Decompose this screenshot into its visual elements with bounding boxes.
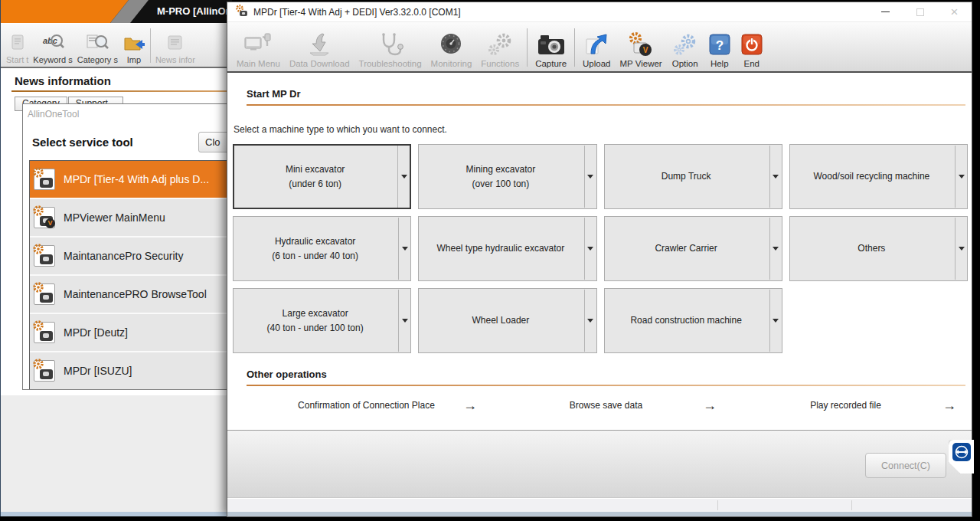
tool-item-mpdr-isuzu[interactable]: MPDr [ISUZU] xyxy=(30,352,232,390)
connect-button[interactable]: Connect(C) xyxy=(865,453,946,478)
machine-dropdown[interactable] xyxy=(398,290,410,352)
chevron-down-icon xyxy=(401,175,407,179)
machine-dropdown[interactable] xyxy=(769,146,782,208)
svg-text:abc: abc xyxy=(43,36,57,45)
news-information-label: News infor xyxy=(155,55,195,64)
upload-icon xyxy=(584,30,609,59)
end-icon xyxy=(740,30,763,59)
machine-dropdown[interactable] xyxy=(397,146,410,208)
machine-type-grid: Mini excavator(under 6 ton) Mining excav… xyxy=(233,144,968,353)
mpdr-titlebar[interactable]: MPDr [Tier-4 With Adj + DEDI] Ver3.32.0.… xyxy=(227,2,972,22)
minimize-button[interactable] xyxy=(868,2,903,21)
keyword-search-button[interactable]: abc Keyword s xyxy=(31,25,74,66)
close-window-button[interactable]: × xyxy=(937,2,972,21)
tool-item-label: MPDr [Tier-4 With Adj plus D... xyxy=(64,173,209,185)
toolbar-separator xyxy=(150,28,151,63)
monitoring-button[interactable]: Monitoring xyxy=(426,24,477,71)
start-tool-button[interactable]: Start t xyxy=(4,25,31,66)
machine-button-road-construction-machine[interactable]: Road construction machine xyxy=(604,288,782,353)
maximize-button[interactable] xyxy=(903,2,937,21)
chevron-down-icon xyxy=(587,247,593,251)
functions-icon xyxy=(486,30,514,59)
tool-item-mpdr-tier4[interactable]: MPDr [Tier-4 With Adj plus D... xyxy=(30,161,232,199)
mpro-titlebar[interactable]: M-PRO [AllinOn xyxy=(1,0,232,23)
functions-button[interactable]: Functions xyxy=(476,24,524,71)
link-play-recorded-file[interactable]: Play recorded file → xyxy=(726,394,965,417)
start-mpdr-page: Start MP Dr Select a machine type to whi… xyxy=(227,73,972,430)
keyword-search-icon: abc xyxy=(40,31,66,55)
end-button[interactable]: End xyxy=(736,24,768,71)
mpdr-toolbar: Main Menu Data Download Troubleshooting … xyxy=(227,22,972,73)
keyword-search-label: Keyword s xyxy=(33,55,72,64)
machine-button-others[interactable]: Others xyxy=(789,216,968,281)
mpdr-window-title: MPDr [Tier-4 With Adj + DEDI] Ver3.32.0.… xyxy=(253,7,868,18)
main-menu-button[interactable]: Main Menu xyxy=(232,24,285,71)
machine-dropdown[interactable] xyxy=(398,218,410,280)
chevron-down-icon xyxy=(959,175,965,179)
machine-button-dump-truck[interactable]: Dump Truck xyxy=(604,144,782,209)
machine-dropdown[interactable] xyxy=(584,218,596,280)
link-browse-save-data[interactable]: Browse save data → xyxy=(486,394,726,417)
main-menu-icon xyxy=(243,30,273,59)
data-download-button[interactable]: Data Download xyxy=(285,24,354,71)
status-cell-separator xyxy=(851,500,852,510)
titlebar-orange-accent xyxy=(1,0,131,23)
maximize-icon xyxy=(916,8,924,16)
chevron-down-icon xyxy=(773,175,779,179)
machine-dropdown[interactable] xyxy=(584,146,596,208)
import-label: Imp xyxy=(127,55,141,64)
machine-button-large-excavator[interactable]: Large excavator(40 ton - under 100 ton) xyxy=(233,288,411,353)
machine-button-wheel-loader[interactable]: Wheel Loader xyxy=(418,288,596,353)
machine-dropdown[interactable] xyxy=(955,146,967,208)
upload-button[interactable]: Upload xyxy=(578,24,615,71)
select-service-tool-header: Select service tool xyxy=(32,136,198,149)
service-tool-panel: AllinOneTool Select service tool Clo MPD… xyxy=(22,103,232,390)
tool-item-mpdr-deutz[interactable]: MPDr [Deutz] xyxy=(30,314,232,352)
machine-dropdown[interactable] xyxy=(955,218,967,280)
svg-text:?: ? xyxy=(716,38,724,53)
chevron-down-icon xyxy=(587,319,593,323)
link-confirmation-of-connection-place[interactable]: Confirmation of Connection Place → xyxy=(247,394,486,417)
machine-dropdown[interactable] xyxy=(769,290,782,352)
status-cell-separator xyxy=(717,500,718,510)
viewer-badge: V xyxy=(45,218,55,228)
mpdr-footer: Connect(C) xyxy=(227,430,972,498)
service-tool-icon xyxy=(34,245,55,267)
other-operations-row: Confirmation of Connection Place → Brows… xyxy=(247,394,965,417)
other-operations-header: Other operations xyxy=(247,369,972,380)
machine-button-crawler-carrier[interactable]: Crawler Carrier xyxy=(604,216,782,281)
option-label: Option xyxy=(672,59,698,68)
service-tool-icon xyxy=(34,169,55,190)
end-label: End xyxy=(743,59,759,68)
mpdr-status-bar xyxy=(227,498,972,512)
machine-button-mining-excavator[interactable]: Mining excavator(over 100 ton) xyxy=(418,144,596,209)
help-icon: ? xyxy=(708,30,731,59)
option-button[interactable]: Option xyxy=(667,24,704,71)
machine-button-wheel-type-hydraulic-excavator[interactable]: Wheel type hydraulic excavator xyxy=(418,216,596,281)
machine-button-mini-excavator[interactable]: Mini excavator(under 6 ton) xyxy=(233,144,411,209)
tool-item-mpviewer[interactable]: V MPViewer MainMenu xyxy=(30,199,232,238)
machine-dropdown[interactable] xyxy=(769,218,782,280)
mpro-toolbar: Start t abc Keyword s Category s Imp xyxy=(1,23,232,68)
help-button[interactable]: ? Help xyxy=(704,24,736,71)
machine-dropdown[interactable] xyxy=(584,290,596,352)
chevron-down-icon xyxy=(587,175,593,179)
main-menu-label: Main Menu xyxy=(237,59,280,68)
chevron-down-icon xyxy=(402,319,408,323)
functions-label: Functions xyxy=(481,59,519,68)
tool-item-maintenancepro-browsetool[interactable]: MaintenancePRO BrowseTool xyxy=(30,276,232,314)
news-information-header: News information xyxy=(15,74,232,87)
tool-item-label: MaintenancePRO BrowseTool xyxy=(64,288,207,300)
troubleshooting-button[interactable]: Troubleshooting xyxy=(354,24,426,71)
tool-item-maintanancepro-security[interactable]: MaintanancePro Security xyxy=(30,238,232,276)
machine-button-hydraulic-excavator[interactable]: Hydraulic excavator(6 ton - under 40 ton… xyxy=(233,216,411,281)
capture-icon xyxy=(537,30,566,59)
service-tool-icon xyxy=(34,283,55,305)
news-information-button[interactable]: News infor xyxy=(153,25,198,66)
machine-button-wood-soil-recycling[interactable]: Wood/soil recycling machine xyxy=(789,144,968,209)
capture-button[interactable]: Capture xyxy=(531,24,571,71)
import-button[interactable]: Imp xyxy=(120,25,148,66)
mp-viewer-button[interactable]: V MP Viewer xyxy=(616,24,667,71)
chevron-down-icon xyxy=(402,247,408,251)
category-search-button[interactable]: Category s xyxy=(75,25,120,66)
